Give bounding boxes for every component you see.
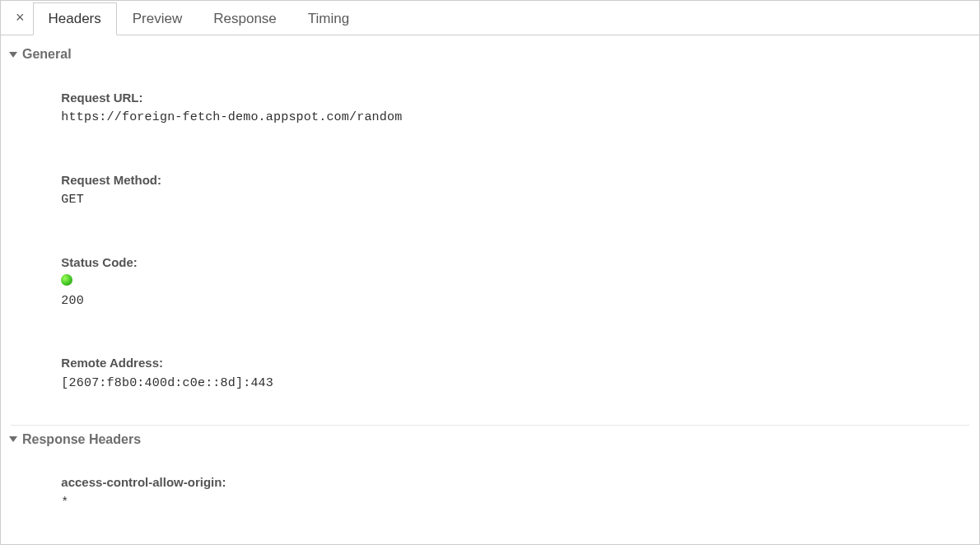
close-button[interactable]: × [7,6,33,30]
section-response-headers-body: access-control-allow-origin: * alt-svc: … [1,452,979,545]
tab-headers[interactable]: Headers [33,2,117,35]
section-general-body: Request URL: https://foreign-fetch-demo.… [1,67,979,422]
value-request-method: GET [61,193,84,207]
header-row: alt-svc: quic=":443"; ma=2592000; v="36,… [34,534,979,545]
section-general-title: General [22,47,72,62]
devtools-panel: × Headers Preview Response Timing Genera… [0,0,980,545]
tab-response[interactable]: Response [198,2,292,35]
label-request-url: Request URL: [61,91,142,105]
row-remote-address: Remote Address: [2607:f8b0:400d:c0e::8d]… [34,333,979,415]
disclosure-triangle-icon [9,436,17,442]
label-request-method: Request Method: [61,173,161,187]
section-divider [11,425,969,426]
row-status-code: Status Code: 200 [34,231,979,333]
section-general-toggle[interactable]: General [1,42,979,67]
tab-timing[interactable]: Timing [292,2,365,35]
header-key: access-control-allow-origin: [61,475,226,489]
section-response-headers-title: Response Headers [22,432,141,447]
label-remote-address: Remote Address: [61,356,163,370]
value-remote-address: [2607:f8b0:400d:c0e::8d]:443 [61,376,273,390]
row-request-url: Request URL: https://foreign-fetch-demo.… [34,67,979,149]
header-value: * [61,496,68,510]
tab-preview[interactable]: Preview [117,2,198,35]
value-request-url: https://foreign-fetch-demo.appspot.com/r… [61,110,402,124]
disclosure-triangle-icon [9,52,17,58]
section-response-headers-toggle[interactable]: Response Headers [1,427,979,452]
status-ok-icon [61,274,72,286]
value-status-code: 200 [61,294,84,308]
tabbar: × Headers Preview Response Timing [1,1,979,35]
headers-panel: General Request URL: https://foreign-fet… [1,35,979,544]
label-status-code: Status Code: [61,255,138,269]
row-request-method: Request Method: GET [34,149,979,231]
header-row: access-control-allow-origin: * [34,452,979,534]
